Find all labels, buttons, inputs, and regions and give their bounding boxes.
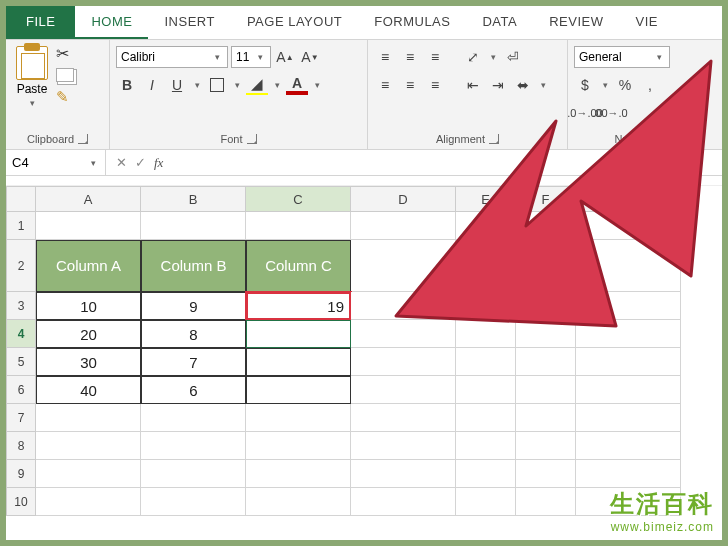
cell-a4[interactable]: 20 — [36, 320, 141, 348]
cell[interactable] — [351, 320, 456, 348]
cell-c4-active[interactable] — [246, 320, 351, 348]
decrease-font-icon[interactable]: A▼ — [299, 46, 321, 68]
italic-button[interactable]: I — [141, 74, 163, 96]
cell[interactable] — [456, 348, 516, 376]
tab-data[interactable]: DATA — [466, 6, 533, 39]
wrap-text-button[interactable]: ⏎ — [502, 46, 524, 68]
font-size-combo[interactable]: 11▾ — [231, 46, 271, 68]
cell[interactable] — [246, 460, 351, 488]
formula-input[interactable] — [173, 150, 722, 175]
align-right-icon[interactable]: ≡ — [424, 74, 446, 96]
chevron-down-icon[interactable]: ▾ — [311, 80, 323, 90]
cell[interactable] — [576, 212, 681, 240]
cell[interactable] — [576, 376, 681, 404]
col-header-a[interactable]: A — [36, 186, 141, 212]
chevron-down-icon[interactable]: ▾ — [254, 52, 266, 62]
cell[interactable] — [351, 376, 456, 404]
cell[interactable] — [36, 460, 141, 488]
cell[interactable] — [351, 348, 456, 376]
cell-b4[interactable]: 8 — [141, 320, 246, 348]
cell[interactable] — [36, 488, 141, 516]
cell[interactable] — [516, 240, 576, 292]
cell[interactable] — [141, 404, 246, 432]
tab-view[interactable]: VIE — [620, 6, 674, 39]
cell[interactable] — [576, 432, 681, 460]
select-all-corner[interactable] — [6, 186, 36, 212]
cut-icon[interactable]: ✂ — [56, 44, 74, 62]
tab-file[interactable]: FILE — [6, 6, 75, 39]
row-header-6[interactable]: 6 — [6, 376, 36, 404]
cell-c6[interactable] — [246, 376, 351, 404]
cell[interactable] — [141, 460, 246, 488]
chevron-down-icon[interactable]: ▾ — [231, 80, 243, 90]
dialog-launcher-icon[interactable] — [78, 134, 88, 144]
cell[interactable] — [456, 376, 516, 404]
tab-formulas[interactable]: FORMULAS — [358, 6, 466, 39]
cell-c3[interactable]: 19 — [246, 292, 351, 320]
cell[interactable] — [516, 212, 576, 240]
comma-style-button[interactable]: , — [639, 74, 661, 96]
align-left-icon[interactable]: ≡ — [374, 74, 396, 96]
cell[interactable] — [36, 432, 141, 460]
cell[interactable] — [456, 212, 516, 240]
chevron-down-icon[interactable]: ▾ — [191, 80, 203, 90]
cell-b5[interactable]: 7 — [141, 348, 246, 376]
cell[interactable] — [141, 488, 246, 516]
cell[interactable] — [351, 432, 456, 460]
cell[interactable] — [141, 212, 246, 240]
enter-formula-icon[interactable]: ✓ — [135, 155, 146, 170]
col-header-f[interactable]: F — [516, 186, 576, 212]
font-name-combo[interactable]: Calibri▾ — [116, 46, 228, 68]
cell[interactable] — [456, 292, 516, 320]
cell[interactable] — [516, 320, 576, 348]
fx-icon[interactable]: fx — [154, 155, 163, 171]
format-painter-icon[interactable]: ✎ — [56, 88, 74, 106]
cell[interactable] — [576, 460, 681, 488]
cell[interactable] — [351, 240, 456, 292]
cell[interactable] — [246, 488, 351, 516]
cell[interactable] — [576, 404, 681, 432]
cell-a5[interactable]: 30 — [36, 348, 141, 376]
font-color-button[interactable]: A — [286, 74, 308, 96]
chevron-down-icon[interactable]: ▾ — [599, 80, 611, 90]
cell[interactable] — [351, 212, 456, 240]
cell[interactable] — [246, 212, 351, 240]
spreadsheet-grid[interactable]: A B C D E F G 1 2 Column A Column B Colu… — [6, 186, 722, 516]
tab-insert[interactable]: INSERT — [148, 6, 230, 39]
paste-button[interactable]: Paste ▾ — [12, 44, 52, 110]
cell[interactable] — [351, 460, 456, 488]
cell[interactable] — [516, 460, 576, 488]
cell-a3[interactable]: 10 — [36, 292, 141, 320]
chevron-down-icon[interactable]: ▾ — [487, 52, 499, 62]
cell[interactable] — [36, 212, 141, 240]
cell[interactable] — [516, 376, 576, 404]
table-header-a[interactable]: Column A — [36, 240, 141, 292]
row-header-4[interactable]: 4 — [6, 320, 36, 348]
orientation-icon[interactable]: ⤢ — [462, 46, 484, 68]
align-top-icon[interactable]: ≡ — [374, 46, 396, 68]
row-header-1[interactable]: 1 — [6, 212, 36, 240]
cell[interactable] — [516, 292, 576, 320]
row-header-9[interactable]: 9 — [6, 460, 36, 488]
cell[interactable] — [576, 320, 681, 348]
chevron-down-icon[interactable]: ▾ — [653, 52, 665, 62]
cell[interactable] — [351, 488, 456, 516]
chevron-down-icon[interactable]: ▾ — [211, 52, 223, 62]
cancel-formula-icon[interactable]: ✕ — [116, 155, 127, 170]
cell[interactable] — [351, 404, 456, 432]
fill-color-button[interactable]: ◢ — [246, 74, 268, 96]
tab-pagelayout[interactable]: PAGE LAYOUT — [231, 6, 358, 39]
align-middle-icon[interactable]: ≡ — [399, 46, 421, 68]
align-bottom-icon[interactable]: ≡ — [424, 46, 446, 68]
row-header-10[interactable]: 10 — [6, 488, 36, 516]
decrease-indent-icon[interactable]: ⇤ — [462, 74, 484, 96]
cell[interactable] — [516, 488, 576, 516]
chevron-down-icon[interactable]: ▾ — [271, 80, 283, 90]
underline-button[interactable]: U — [166, 74, 188, 96]
col-header-c[interactable]: C — [246, 186, 351, 212]
col-header-e[interactable]: E — [456, 186, 516, 212]
cell[interactable] — [576, 348, 681, 376]
increase-indent-icon[interactable]: ⇥ — [487, 74, 509, 96]
row-header-8[interactable]: 8 — [6, 432, 36, 460]
col-header-b[interactable]: B — [141, 186, 246, 212]
